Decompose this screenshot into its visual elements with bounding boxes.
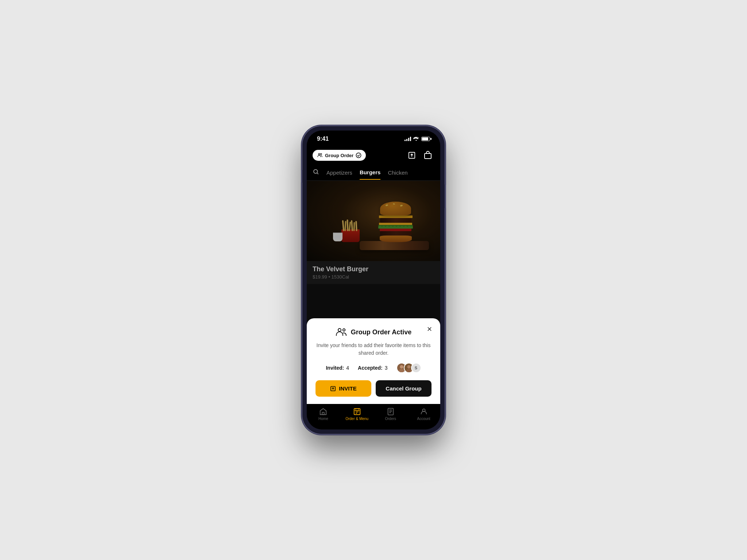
svg-point-0 — [318, 153, 320, 155]
food-section: The Velvet Burger $19.99 • 1530Cal ✕ — [307, 181, 440, 404]
invite-button[interactable]: INVITE — [316, 380, 371, 397]
svg-point-7 — [343, 329, 345, 331]
accepted-label: Accepted: — [358, 365, 383, 371]
orders-icon — [387, 408, 395, 416]
bag-icon — [423, 151, 432, 160]
wifi-icon — [413, 136, 419, 142]
nav-home[interactable]: Home — [312, 408, 334, 421]
group-order-modal: ✕ Group Order Active — [307, 318, 440, 404]
invite-upload-icon — [330, 386, 336, 392]
bag-button[interactable] — [421, 149, 434, 162]
check-circle-icon — [356, 152, 361, 158]
invited-count: 4 — [346, 365, 349, 371]
phone-screen: 9:41 — [307, 131, 440, 429]
modal-description: Invite your friends to add their favorit… — [316, 342, 431, 357]
phone-frame: 9:41 — [302, 126, 445, 434]
modal-buttons: INVITE Cancel Group — [316, 380, 431, 397]
home-icon — [319, 408, 327, 416]
status-icons — [405, 136, 430, 142]
svg-point-1 — [321, 153, 322, 155]
share-button[interactable] — [405, 149, 418, 162]
invited-stat: Invited: 4 — [326, 365, 349, 371]
top-bar-actions — [405, 149, 434, 162]
svg-point-6 — [338, 328, 341, 331]
battery-icon — [421, 137, 430, 141]
group-order-icon — [336, 327, 347, 337]
nav-order-menu[interactable]: Order & Menu — [345, 408, 368, 421]
group-icon — [317, 152, 323, 158]
category-nav: Appetizers Burgers Chicken — [307, 166, 440, 181]
accepted-count: 3 — [385, 365, 388, 371]
share-icon — [408, 151, 416, 159]
order-menu-icon — [353, 408, 361, 416]
svg-rect-15 — [322, 412, 325, 415]
account-icon — [420, 408, 428, 416]
nav-orders[interactable]: Orders — [380, 408, 402, 421]
svg-point-2 — [356, 153, 361, 158]
svg-point-9 — [400, 365, 403, 369]
avatar-s: S — [411, 363, 421, 373]
cancel-group-button[interactable]: Cancel Group — [376, 380, 431, 397]
status-time: 9:41 — [317, 136, 329, 142]
svg-rect-4 — [425, 153, 431, 159]
signal-icon — [405, 137, 411, 141]
group-order-label: Group Order — [325, 153, 353, 158]
nav-account-label: Account — [417, 417, 430, 421]
modal-overlay: ✕ Group Order Active — [307, 181, 440, 404]
app-content: Group Order — [307, 145, 440, 429]
modal-close-button[interactable]: ✕ — [424, 324, 434, 334]
svg-point-5 — [314, 170, 318, 174]
nav-account[interactable]: Account — [413, 408, 435, 421]
dynamic-island — [353, 134, 394, 146]
avatar-group: S — [396, 363, 421, 373]
accepted-stat: Accepted: 3 — [358, 365, 387, 371]
top-bar: Group Order — [307, 145, 440, 166]
invited-label: Invited: — [326, 365, 344, 371]
category-burgers[interactable]: Burgers — [360, 169, 381, 180]
svg-point-12 — [407, 365, 410, 369]
bottom-nav: Home Order & Menu — [307, 404, 440, 429]
group-order-button[interactable]: Group Order — [313, 150, 366, 161]
nav-orders-label: Orders — [385, 417, 396, 421]
search-icon — [313, 168, 319, 175]
modal-title: Group Order Active — [351, 328, 411, 336]
category-chicken[interactable]: Chicken — [388, 170, 407, 179]
category-appetizers[interactable]: Appetizers — [326, 170, 352, 179]
nav-order-menu-label: Order & Menu — [345, 417, 368, 421]
modal-header: Group Order Active — [316, 327, 431, 337]
search-button[interactable] — [313, 168, 319, 180]
modal-stats: Invited: 4 Accepted: 3 — [316, 363, 431, 373]
nav-home-label: Home — [318, 417, 328, 421]
